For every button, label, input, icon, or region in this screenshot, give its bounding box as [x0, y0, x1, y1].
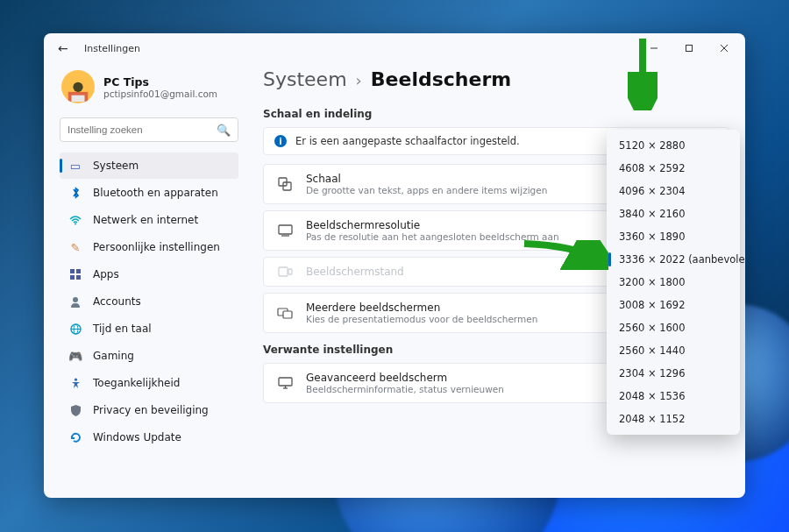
sidebar-item-label: Tijd en taal	[93, 323, 152, 335]
breadcrumb-current: Beeldscherm	[371, 68, 511, 90]
resolution-option[interactable]: 5120 × 2880	[607, 134, 740, 157]
display-icon: ▭	[68, 160, 82, 173]
maximize-button[interactable]	[672, 33, 707, 63]
window-title: Instellingen	[84, 43, 636, 54]
svg-rect-25	[279, 378, 292, 386]
orientation-icon	[276, 266, 294, 277]
svg-point-5	[73, 82, 82, 92]
sidebar-item-gaming[interactable]: 🎮 Gaming	[60, 343, 238, 369]
breadcrumb-root[interactable]: Systeem	[263, 68, 347, 90]
resolution-dropdown[interactable]: 5120 × 28804608 × 25924096 × 23043840 × …	[607, 130, 740, 435]
sidebar-item-accounts[interactable]: Accounts	[60, 288, 238, 315]
svg-rect-10	[70, 275, 75, 280]
sidebar-item-bluetooth[interactable]: Bluetooth en apparaten	[60, 180, 238, 206]
update-icon	[68, 432, 82, 443]
sidebar-item-label: Toegankelijkheid	[93, 377, 180, 389]
gamepad-icon: 🎮	[68, 350, 82, 363]
apps-icon	[68, 269, 82, 280]
search-icon: 🔍	[217, 124, 231, 137]
wifi-icon	[68, 216, 82, 225]
multi-display-icon	[276, 308, 294, 319]
breadcrumb: Systeem › Beeldscherm	[263, 65, 729, 104]
sidebar-item-label: Privacy en beveiliging	[93, 404, 209, 416]
scale-icon	[276, 177, 294, 191]
sidebar-item-label: Persoonlijke instellingen	[93, 241, 220, 253]
sidebar-item-personalization[interactable]: ✎ Persoonlijke instellingen	[60, 234, 238, 260]
resolution-option[interactable]: 3336 × 2022 (aanbevolen)	[607, 248, 740, 271]
sidebar-item-label: Apps	[93, 268, 119, 280]
info-icon: i	[274, 135, 287, 147]
user-panel[interactable]: PC Tips pctipsinfo01@gmail.com	[60, 65, 238, 114]
accessibility-icon	[68, 378, 82, 389]
maximize-icon	[685, 44, 693, 53]
svg-point-7	[75, 223, 76, 224]
sidebar-item-system[interactable]: ▭ Systeem	[60, 153, 238, 179]
search-input[interactable]	[68, 124, 217, 135]
svg-point-12	[73, 297, 78, 302]
globe-icon	[68, 323, 82, 335]
resolution-option[interactable]: 4608 × 2592	[607, 157, 740, 180]
sidebar-item-label: Accounts	[93, 295, 141, 308]
sidebar-item-privacy[interactable]: Privacy en beveiliging	[60, 397, 238, 423]
sidebar-nav: ▭ Systeem Bluetooth en apparaten Netwerk…	[60, 153, 238, 450]
resolution-option[interactable]: 4096 × 2304	[607, 180, 740, 202]
sidebar-item-label: Systeem	[93, 160, 139, 172]
search-box[interactable]: 🔍	[60, 117, 238, 142]
resolution-option[interactable]: 2560 × 1600	[607, 316, 740, 339]
svg-rect-6	[72, 96, 85, 103]
sidebar-item-label: Windows Update	[93, 431, 181, 443]
resolution-icon	[276, 224, 294, 237]
chevron-right-icon: ›	[356, 71, 362, 89]
brush-icon: ✎	[68, 241, 82, 254]
sidebar-item-label: Bluetooth en apparaten	[93, 187, 218, 199]
person-icon	[68, 296, 82, 308]
svg-rect-24	[283, 311, 292, 318]
user-name: PC Tips	[103, 75, 217, 89]
sidebar-item-network[interactable]: Netwerk en internet	[60, 207, 238, 233]
sidebar: PC Tips pctipsinfo01@gmail.com 🔍 ▭ Syste…	[60, 65, 238, 494]
monitor-icon	[276, 377, 294, 389]
resolution-option[interactable]: 3008 × 1692	[607, 294, 740, 316]
minimize-button[interactable]	[636, 33, 672, 63]
titlebar: ← Instellingen	[44, 33, 745, 63]
svg-rect-21	[279, 267, 288, 276]
svg-rect-11	[76, 275, 81, 280]
back-button[interactable]: ←	[58, 41, 74, 55]
resolution-option[interactable]: 3200 × 1800	[607, 271, 740, 294]
resolution-option[interactable]: 3840 × 2160	[607, 202, 740, 225]
bluetooth-icon	[68, 187, 82, 199]
svg-rect-8	[70, 269, 75, 273]
resolution-option[interactable]: 2560 × 1440	[607, 339, 740, 362]
close-button[interactable]	[707, 33, 742, 63]
sidebar-item-label: Netwerk en internet	[93, 214, 198, 226]
sidebar-item-time[interactable]: Tijd en taal	[60, 316, 238, 342]
resolution-option[interactable]: 2304 × 1296	[607, 362, 740, 385]
resolution-option[interactable]: 2048 × 1536	[607, 385, 740, 408]
minimize-icon	[650, 44, 658, 53]
settings-window: ← Instellingen PC Tips pctipsinfo01	[44, 33, 745, 498]
sidebar-item-label: Gaming	[93, 350, 134, 362]
banner-text: Er is een aangepaste schaalfactor ingest…	[295, 135, 649, 147]
close-icon	[720, 44, 729, 53]
sidebar-item-update[interactable]: Windows Update	[60, 424, 238, 450]
svg-point-16	[74, 378, 76, 380]
sidebar-item-accessibility[interactable]: Toegankelijkheid	[60, 370, 238, 396]
svg-rect-19	[279, 225, 292, 234]
svg-rect-9	[76, 269, 81, 273]
resolution-option[interactable]: 3360 × 1890	[607, 225, 740, 248]
sidebar-item-apps[interactable]: Apps	[60, 261, 238, 287]
shield-icon	[68, 405, 82, 416]
avatar	[61, 70, 95, 103]
user-email: pctipsinfo01@gmail.com	[103, 89, 217, 99]
svg-rect-1	[686, 46, 693, 52]
section-heading-scale: Schaal en indeling	[263, 104, 729, 127]
svg-rect-22	[288, 269, 292, 274]
window-controls	[636, 33, 742, 63]
resolution-option[interactable]: 2048 × 1152	[607, 408, 740, 430]
